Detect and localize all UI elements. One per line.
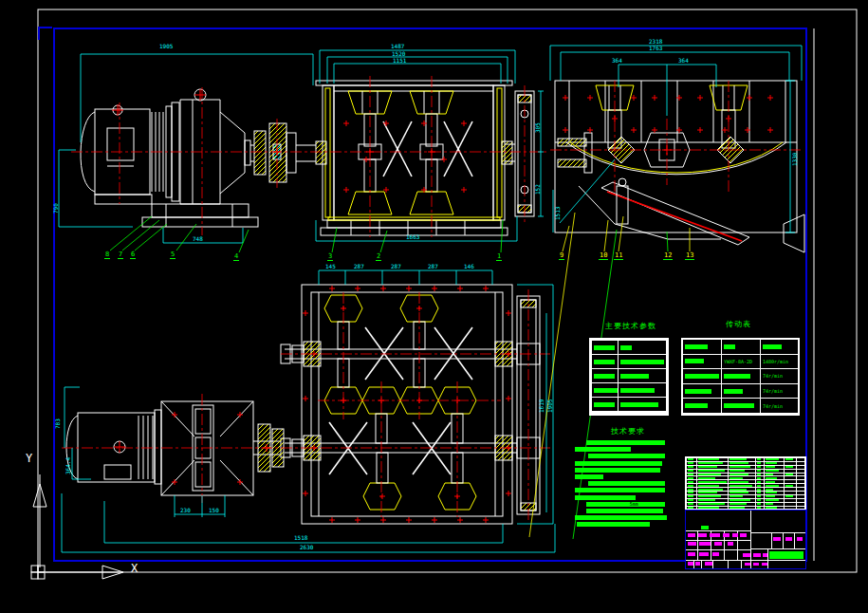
title-block-text bbox=[762, 563, 767, 566]
table-cell-bar bbox=[594, 360, 615, 364]
title-block-text bbox=[688, 533, 695, 537]
table-cell-bar bbox=[620, 402, 658, 407]
bom-cell-bar bbox=[757, 470, 761, 472]
end-view-mixer bbox=[555, 81, 804, 252]
bom-cell bbox=[797, 466, 804, 469]
bom-cell-bar bbox=[729, 477, 743, 479]
bom-cell bbox=[785, 462, 796, 465]
title-block-text bbox=[699, 542, 711, 546]
bom-cell bbox=[785, 503, 796, 506]
table-cell-bar bbox=[685, 374, 719, 379]
bom-cell bbox=[797, 503, 804, 506]
bom-cell-bar bbox=[698, 489, 723, 491]
requirement-line bbox=[575, 488, 665, 492]
title-block-text bbox=[688, 552, 695, 556]
bom-cell-bar bbox=[766, 495, 775, 497]
requirement-line bbox=[588, 481, 665, 486]
bom-cell-bar bbox=[729, 466, 750, 468]
bom-cell bbox=[785, 488, 796, 491]
bom-cell bbox=[729, 466, 755, 469]
title-block-line bbox=[712, 560, 713, 568]
table-cell-bar bbox=[685, 403, 708, 408]
bom-cell bbox=[756, 503, 764, 506]
bom-cell bbox=[697, 499, 728, 502]
bom-cell-bar bbox=[688, 485, 693, 487]
title-block-text bbox=[753, 563, 759, 566]
bom-cell-bar bbox=[757, 477, 761, 479]
technical-requirements-lines: 5mm bbox=[575, 440, 679, 527]
bom-cell bbox=[729, 499, 755, 502]
bom-cell-bar bbox=[766, 466, 775, 468]
title-block-line bbox=[686, 560, 805, 561]
plan-view-mixer bbox=[281, 285, 540, 524]
title-block-line bbox=[750, 548, 805, 549]
bom-cell bbox=[697, 503, 728, 506]
table-cell-bar bbox=[763, 344, 782, 349]
bom-cell-bar bbox=[729, 470, 745, 472]
table-cell bbox=[592, 341, 618, 354]
requirement-line bbox=[575, 447, 631, 452]
table-cell bbox=[683, 340, 721, 354]
bom-cell bbox=[729, 462, 755, 465]
bom-cell bbox=[797, 470, 804, 473]
table-cell bbox=[683, 384, 721, 399]
bom-cell-bar bbox=[766, 458, 779, 460]
title-block-line bbox=[693, 560, 694, 568]
bom-cell-bar bbox=[688, 503, 693, 505]
requirement-line bbox=[575, 495, 636, 500]
title-block-text bbox=[743, 553, 750, 557]
bom-cell-bar bbox=[698, 458, 719, 460]
table-cell bbox=[683, 399, 721, 413]
bom-cell bbox=[756, 492, 764, 494]
parts-list-table bbox=[685, 456, 806, 510]
bom-cell-bar bbox=[757, 466, 761, 468]
bom-cell-bar bbox=[785, 495, 793, 497]
table-cell bbox=[683, 355, 721, 369]
title-block-text bbox=[797, 537, 803, 541]
bom-cell bbox=[765, 480, 784, 483]
table-cell-bar bbox=[724, 389, 743, 394]
bom-cell bbox=[729, 488, 755, 491]
bom-cell bbox=[756, 476, 764, 479]
bom-cell bbox=[697, 488, 728, 491]
table-cell bbox=[619, 398, 666, 411]
bom-cell bbox=[765, 458, 784, 461]
bom-cell-bar bbox=[757, 489, 761, 491]
title-block-text bbox=[688, 562, 693, 566]
requirement-line bbox=[586, 440, 665, 445]
title-block-text bbox=[785, 537, 792, 541]
bom-cell-bar bbox=[757, 481, 761, 483]
title-block-text bbox=[688, 542, 696, 546]
bom-cell-bar bbox=[757, 474, 761, 475]
table-cell-bar bbox=[724, 403, 754, 408]
bom-cell bbox=[765, 462, 784, 465]
bom-cell bbox=[765, 466, 784, 469]
bom-cell-bar bbox=[766, 489, 773, 491]
bom-cell bbox=[687, 462, 696, 465]
requirement-line bbox=[575, 461, 662, 466]
bom-cell-bar bbox=[766, 492, 777, 493]
bom-cell-bar bbox=[785, 458, 793, 460]
table-cell-text: 1480r/min bbox=[763, 359, 788, 364]
bom-cell bbox=[797, 480, 804, 483]
bom-cell-bar bbox=[688, 462, 693, 464]
bom-cell bbox=[729, 495, 755, 498]
bom-cell bbox=[687, 495, 696, 498]
bom-cell-bar bbox=[785, 466, 793, 468]
technical-requirements: 技术要求 5mm bbox=[575, 427, 679, 529]
table-cell-bar bbox=[620, 388, 655, 393]
bom-cell bbox=[729, 480, 755, 483]
bom-cell bbox=[756, 458, 764, 461]
requirement-line bbox=[586, 509, 663, 513]
bom-cell bbox=[765, 499, 784, 502]
bom-cell-bar bbox=[729, 489, 747, 491]
bom-cell bbox=[797, 499, 804, 502]
bom-cell-bar bbox=[688, 507, 693, 509]
bom-cell-bar bbox=[757, 507, 761, 509]
table-cell bbox=[722, 340, 760, 354]
bom-cell bbox=[765, 474, 784, 476]
bom-cell bbox=[687, 466, 696, 469]
title-block-text bbox=[695, 562, 700, 566]
bom-cell bbox=[785, 466, 796, 469]
bom-cell bbox=[687, 476, 696, 479]
